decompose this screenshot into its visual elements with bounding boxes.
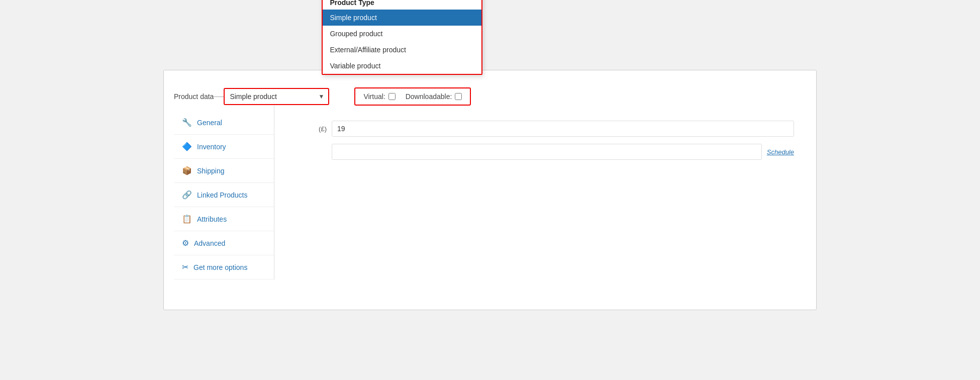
dropdown-item-external[interactable]: External/Affiliate product [323, 42, 481, 58]
product-type-dropdown: Product Type Simple product Grouped prod… [322, 0, 482, 75]
product-type-select[interactable]: Simple product Grouped product External/… [224, 88, 329, 105]
link-icon: 🔗 [182, 190, 192, 200]
sale-price-row: Schedule [286, 144, 794, 160]
virtual-text: Virtual: [363, 92, 385, 101]
dropdown-item-grouped[interactable]: Grouped product [323, 26, 481, 42]
content-area: (£) Schedule [274, 106, 806, 279]
select-container: Simple product Grouped product External/… [224, 88, 329, 105]
sidebar-item-get-more-options[interactable]: ✂ Get more options [174, 255, 274, 279]
dropdown-item-variable[interactable]: Variable product [323, 58, 481, 74]
virtual-downloadable-wrapper: Virtual: Downloadable: [344, 87, 471, 106]
content-top: (£) Schedule [286, 116, 794, 160]
sidebar-item-inventory-label: Inventory [197, 143, 226, 151]
product-type-select-wrapper: Simple product Grouped product External/… [224, 88, 329, 105]
product-data-panel: Product data Simple product Grouped prod… [163, 70, 817, 310]
sale-price-input[interactable] [332, 144, 762, 160]
scissors-icon: ✂ [182, 262, 188, 272]
virtual-checkbox[interactable] [388, 93, 396, 100]
dropdown-header: Product Type [323, 0, 481, 10]
product-data-label: Product data [174, 92, 214, 101]
dropdown-item-simple[interactable]: Simple product [323, 10, 481, 26]
sidebar-item-linked-products[interactable]: 🔗 Linked Products [174, 183, 274, 207]
sidebar-item-advanced-label: Advanced [194, 239, 225, 247]
divider-line [214, 97, 224, 97]
sidebar-item-general[interactable]: 🔧 General [174, 111, 274, 135]
downloadable-checkbox[interactable] [455, 93, 462, 100]
sidebar-item-attributes-label: Attributes [197, 215, 227, 223]
main-layout: 🔧 General 🔷 Inventory 📦 Shipping 🔗 Linke… [174, 106, 806, 279]
inventory-icon: 🔷 [182, 142, 192, 151]
sidebar-item-linked-label: Linked Products [197, 191, 247, 199]
sidebar-item-general-label: General [197, 119, 222, 127]
sidebar-item-attributes[interactable]: 📋 Attributes [174, 207, 274, 231]
sidebar: 🔧 General 🔷 Inventory 📦 Shipping 🔗 Linke… [174, 106, 274, 279]
wrench-icon: 🔧 [182, 118, 192, 127]
virtual-label[interactable]: Virtual: [363, 92, 395, 101]
shipping-icon: 📦 [182, 166, 192, 175]
sidebar-item-inventory[interactable]: 🔷 Inventory [174, 135, 274, 159]
gear-icon: ⚙ [182, 238, 189, 248]
schedule-link[interactable]: Schedule [767, 148, 794, 156]
virtual-downloadable-box: Virtual: Downloadable: [354, 87, 471, 106]
product-data-header: Product data Simple product Grouped prod… [174, 80, 806, 106]
regular-price-input[interactable] [332, 121, 794, 137]
sidebar-item-shipping-label: Shipping [197, 167, 225, 175]
attributes-icon: 📋 [182, 214, 192, 224]
sidebar-item-shipping[interactable]: 📦 Shipping [174, 159, 274, 183]
sidebar-item-advanced[interactable]: ⚙ Advanced [174, 231, 274, 255]
downloadable-text: Downloadable: [406, 92, 452, 101]
downloadable-label[interactable]: Downloadable: [406, 92, 462, 101]
regular-price-label: (£) [286, 125, 327, 133]
sidebar-item-get-more-label: Get more options [193, 263, 247, 271]
regular-price-row: (£) [286, 121, 794, 137]
